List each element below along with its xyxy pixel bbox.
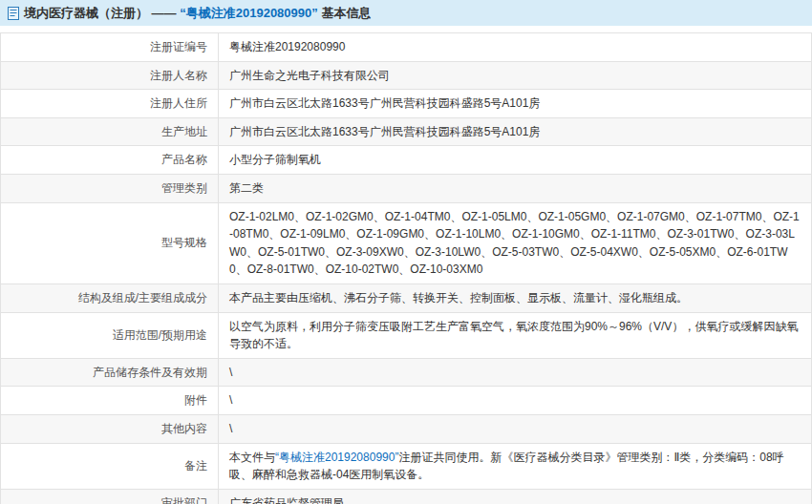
info-table: 注册证编号粤械注准20192080990注册人名称广州生命之光电子科技有限公司注…: [0, 32, 812, 504]
table-row: 生产地址广州市白云区北太路1633号广州民营科技园科盛路5号A101房: [1, 117, 812, 146]
table-row: 结构及组成/主要组成成分本产品主要由压缩机、沸石分子筛、转换开关、控制面板、显示…: [1, 284, 812, 312]
row-label: 注册人名称: [1, 61, 219, 90]
remark-registration-number: “粤械注准20192080990”: [275, 451, 398, 464]
row-label: 注册证编号: [1, 33, 219, 62]
row-value: \: [219, 358, 812, 387]
title-text: 境内医疗器械（注册） ——: [24, 6, 180, 20]
document-icon: [8, 7, 19, 20]
row-label: 产品储存条件及有效期: [1, 358, 219, 387]
row-label: 产品名称: [1, 146, 219, 175]
row-value: 本产品主要由压缩机、沸石分子筛、转换开关、控制面板、显示板、流量计、湿化瓶组成。: [219, 284, 812, 312]
table-row: 管理类别第二类: [1, 174, 812, 202]
info-table-body: 注册证编号粤械注准20192080990注册人名称广州生命之光电子科技有限公司注…: [1, 33, 812, 504]
title-registration-number: “粤械注准20192080990”: [180, 6, 318, 20]
row-label: 型号规格: [1, 202, 219, 284]
row-value: 第二类: [219, 174, 812, 202]
row-value: \: [219, 414, 812, 443]
table-row: 产品储存条件及有效期\: [1, 358, 812, 387]
row-value: 广州生命之光电子科技有限公司: [219, 61, 812, 90]
row-value: 广东省药品监督管理局: [219, 489, 812, 504]
remark-text: 本文件与: [229, 451, 275, 464]
title-text: 基本信息: [318, 6, 372, 20]
table-row: 注册证编号粤械注准20192080990: [1, 33, 812, 62]
row-label: 结构及组成/主要组成成分: [1, 284, 219, 312]
table-row: 附件\: [1, 387, 812, 415]
table-row: 产品名称小型分子筛制氧机: [1, 146, 812, 175]
row-label: 附件: [1, 387, 219, 415]
row-label: 其他内容: [1, 414, 219, 443]
table-row: 其他内容\: [1, 414, 812, 443]
row-label: 备注: [1, 443, 219, 489]
title-bar: 境内医疗器械（注册） —— “粤械注准20192080990” 基本信息: [0, 0, 812, 26]
row-value: \: [219, 387, 812, 415]
row-value: OZ-1-02LM0、OZ-1-02GM0、OZ-1-04TM0、OZ-1-05…: [219, 202, 812, 284]
row-label: 管理类别: [1, 174, 219, 202]
table-row: 注册人名称广州生命之光电子科技有限公司: [1, 61, 812, 90]
table-row: 备注本文件与“粤械注准20192080990”注册证共同使用。新《医疗器械分类目…: [1, 443, 812, 489]
row-value: 广州市白云区北太路1633号广州民营科技园科盛路5号A101房: [219, 90, 812, 118]
table-row: 审批部门广东省药品监督管理局: [1, 489, 812, 504]
row-label: 审批部门: [1, 489, 219, 504]
row-value: 小型分子筛制氧机: [219, 146, 812, 175]
table-row: 型号规格OZ-1-02LM0、OZ-1-02GM0、OZ-1-04TM0、OZ-…: [1, 202, 812, 284]
row-value: 本文件与“粤械注准20192080990”注册证共同使用。新《医疗器械分类目录》…: [219, 443, 812, 489]
row-value: 粤械注准20192080990: [219, 33, 812, 62]
table-row: 注册人住所广州市白云区北太路1633号广州民营科技园科盛路5号A101房: [1, 90, 812, 118]
row-label: 生产地址: [1, 117, 219, 146]
row-value: 以空气为原料，利用分子筛变压吸附工艺生产富氧空气，氧浓度范围为90%～96%（V…: [219, 312, 812, 358]
registration-info-page: 境内医疗器械（注册） —— “粤械注准20192080990” 基本信息 注册证…: [0, 0, 812, 504]
row-label: 注册人住所: [1, 90, 219, 118]
row-value: 广州市白云区北太路1633号广州民营科技园科盛路5号A101房: [219, 117, 812, 146]
page-title: 境内医疗器械（注册） —— “粤械注准20192080990” 基本信息: [24, 5, 371, 22]
table-row: 适用范围/预期用途以空气为原料，利用分子筛变压吸附工艺生产富氧空气，氧浓度范围为…: [1, 312, 812, 358]
row-label: 适用范围/预期用途: [1, 312, 219, 358]
